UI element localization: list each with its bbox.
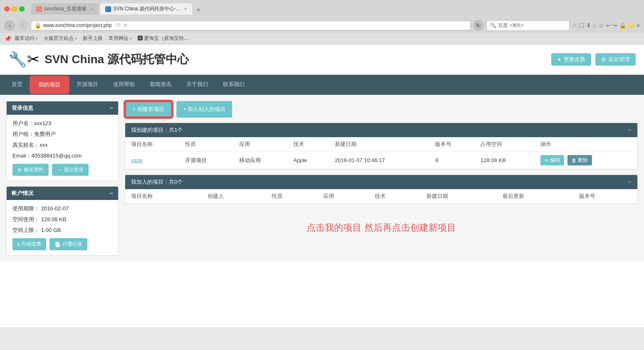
tab-baidu-label: svnchina_百度搜索 [44, 5, 87, 12]
project-date: 2016-01-07 10:46:17 [329, 152, 430, 169]
col-actions: 操作 [535, 137, 637, 152]
maximize-button[interactable] [19, 6, 25, 12]
trash-icon: 🗑 [572, 158, 577, 163]
upgrade-label: 升级续费 [21, 241, 41, 248]
j-col-last-update: 最后更新 [497, 189, 573, 204]
project-row: xxoo 开源项目 移动应用 Apple 2016-01-07 10:46:17… [125, 152, 637, 169]
tab-svnchina-close[interactable]: ✕ [184, 7, 187, 11]
bm-common-urls-label: 常用网址 [109, 35, 129, 42]
skin-button-label: 更换皮肤 [564, 56, 585, 63]
login-info-body: 用户名：xxx123 用户组：免费用户 真实姓名：xxx Email：40538… [7, 115, 118, 181]
nav-home-label: 首页 [12, 81, 22, 87]
minimize-button[interactable] [12, 6, 17, 12]
nav-my-projects[interactable]: 我的项目 [31, 77, 68, 93]
tab-baidu-close[interactable]: ✕ [90, 7, 94, 11]
project-actions: ✏ 编辑 🗑 删除 [535, 152, 637, 169]
address-bar[interactable]: 🔒 www.svnchina.com/project.php 🛡 ⚙ [31, 21, 471, 30]
nav-open-source-label: 开源项目 [77, 81, 98, 87]
sidebar: 登录信息 − 用户名：xxx123 用户组：免费用户 真实姓名：xxx Emai… [6, 101, 119, 256]
readonly-icon[interactable]: ☐ [579, 22, 585, 29]
shield-icon: 🛡 [116, 22, 121, 28]
bm-taobao[interactable]: 🅰 爱淘宝（原淘宝特... [135, 34, 191, 43]
email-row: Email：405388415@qq.com [12, 152, 112, 160]
space-used-row: 空间使用： 128.08 KB [12, 216, 112, 223]
star-icon[interactable]: ⭐ [628, 22, 635, 29]
bm-taobao-label: 🅰 爱淘宝（原淘宝特... [138, 35, 188, 42]
upgrade-button[interactable]: ℹ 升级续费 [12, 238, 46, 250]
nav-about[interactable]: 关于我们 [179, 76, 215, 94]
login-info-title: 登录信息 [12, 104, 33, 112]
username-row: 用户名：xxx123 [12, 120, 112, 127]
download-icon[interactable]: ⬇ [586, 22, 591, 29]
nav-home[interactable]: 首页 [4, 76, 30, 94]
space-used-label: 空间使用： [12, 216, 40, 222]
space-limit-value: 1.00 GB [41, 227, 61, 233]
bm-icon: 📌 [4, 35, 11, 42]
project-name-link[interactable]: xxoo [131, 157, 142, 163]
joined-projects-collapse[interactable]: − [628, 178, 632, 186]
delete-project-button[interactable]: 🗑 删除 [567, 155, 592, 165]
join-project-button[interactable]: + 加入别人的项目 [176, 101, 232, 118]
project-space: 128.08 KB [475, 152, 535, 169]
expiry-row: 使用期限： 2016-02-07 [12, 205, 112, 212]
menu-icon[interactable]: ≡ [637, 22, 640, 29]
new-tab-button[interactable]: + [194, 6, 203, 15]
url-text: www.svnchina.com/project.php [43, 22, 112, 28]
main-layout: 登录信息 − 用户名：xxx123 用户组：免费用户 真实姓名：xxx Emai… [0, 95, 644, 262]
create-project-label: + 创建新项目 [133, 106, 164, 113]
col-app: 应用 [233, 137, 287, 152]
bm-firefox[interactable]: 火狐官方站点 ▾ [41, 34, 79, 43]
space-limit-label: 空间上限： [12, 227, 40, 233]
logout-button[interactable]: → 退出登录 [52, 164, 89, 176]
edit-icon: ⚙ [17, 167, 22, 173]
nav-open-source[interactable]: 开源项目 [69, 76, 106, 94]
refresh-button[interactable]: ↻ [473, 20, 484, 31]
account-collapse-button[interactable]: − [109, 190, 113, 197]
admin-button-label: 后台管理 [608, 56, 630, 63]
edit-project-button[interactable]: ✏ 编辑 [540, 155, 564, 165]
forward-button[interactable]: › [17, 20, 28, 31]
j-col-type: 性质 [266, 189, 317, 204]
my-projects-collapse[interactable]: − [628, 126, 632, 134]
j-col-creator: 创建人 [202, 189, 266, 204]
search-box[interactable]: 🔍 百度 <⌘K> [486, 20, 570, 31]
nav-my-projects-label: 我的项目 [39, 81, 60, 88]
action-buttons: + 创建新项目 + 加入别人的项目 [125, 101, 638, 118]
nav-news-label: 新闻资讯 [150, 81, 171, 87]
admin-button[interactable]: ⚙ 后台管理 [595, 53, 636, 66]
space-limit-row: 空间上限： 1.00 GB [12, 227, 112, 234]
skin-button[interactable]: ✦ 更换皮肤 [551, 53, 591, 66]
expiry-value: 2016-02-07 [41, 205, 69, 212]
nav-contact[interactable]: 联系我们 [215, 76, 252, 94]
edit-profile-button[interactable]: ⚙ 修改资料 [12, 164, 49, 176]
bm-common-urls[interactable]: 常用网址 ▾ [106, 34, 134, 43]
col-version: 版本号 [429, 137, 475, 152]
delete-label: 删除 [578, 157, 588, 164]
back-button[interactable]: ‹ [4, 20, 15, 31]
back-history-icon[interactable]: ↩ [606, 22, 611, 29]
home-icon[interactable]: ⌂ [593, 22, 596, 29]
bm-most-visited[interactable]: 最常访问 ▾ [12, 34, 40, 43]
bookmark-icon[interactable]: ☆ [572, 22, 577, 29]
bm-newbie-label: 新手上路 [83, 35, 103, 42]
emoji-icon[interactable]: ☺ [598, 22, 604, 29]
joined-projects-title: 我加入的项目：共0个 [131, 178, 183, 186]
account-status-title: 帐户情况 [12, 190, 33, 197]
nav-news[interactable]: 新闻资讯 [142, 76, 179, 94]
header-buttons: ✦ 更换皮肤 ⚙ 后台管理 [551, 53, 636, 66]
lock-icon[interactable]: 🔒 [619, 22, 626, 29]
my-projects-table: 项目名称 性质 应用 技术 新建日期 版本号 占用空间 操作 xxoo [125, 137, 637, 169]
tab-svnchina[interactable]: SVN China 源代码托管中心-... ✕ [100, 3, 192, 15]
login-collapse-button[interactable]: − [109, 104, 113, 112]
bm-newbie[interactable]: 新手上路 [80, 34, 105, 43]
nav-help[interactable]: 使用帮助 [106, 76, 142, 94]
search-placeholder: 百度 <⌘K> [498, 22, 523, 29]
payment-records-button[interactable]: 📄 付费纪录 [50, 238, 87, 250]
site-header: 🔧✂ SVN China 源代码托管中心 ✦ 更换皮肤 ⚙ 后台管理 [0, 44, 644, 75]
tab-baidu-icon [36, 6, 42, 12]
bm-most-visited-label: 最常访问 [15, 35, 35, 42]
tab-baidu[interactable]: svnchina_百度搜索 ✕ [31, 3, 99, 15]
close-button[interactable] [4, 6, 10, 12]
forward-history-icon[interactable]: ↪ [612, 22, 617, 29]
create-project-button[interactable]: + 创建新项目 [125, 101, 172, 118]
